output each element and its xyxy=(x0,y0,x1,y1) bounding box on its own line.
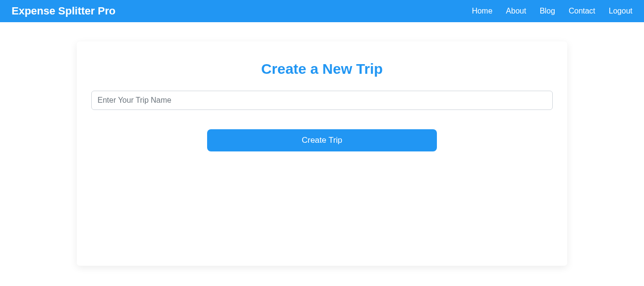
nav-link-home[interactable]: Home xyxy=(472,7,492,15)
button-row: Create Trip xyxy=(91,129,553,151)
trip-name-input[interactable] xyxy=(91,91,553,110)
create-trip-button[interactable]: Create Trip xyxy=(207,129,437,151)
app-brand[interactable]: Expense Splitter Pro xyxy=(12,5,115,17)
nav-link-about[interactable]: About xyxy=(506,7,526,15)
nav-link-contact[interactable]: Contact xyxy=(569,7,595,15)
nav-link-blog[interactable]: Blog xyxy=(540,7,555,15)
card-title: Create a New Trip xyxy=(91,61,553,77)
navbar: Expense Splitter Pro Home About Blog Con… xyxy=(0,0,644,22)
create-trip-card: Create a New Trip Create Trip xyxy=(77,41,567,266)
main-content: Create a New Trip Create Trip xyxy=(0,22,644,266)
navbar-links: Home About Blog Contact Logout xyxy=(472,7,632,15)
nav-link-logout[interactable]: Logout xyxy=(609,7,632,15)
